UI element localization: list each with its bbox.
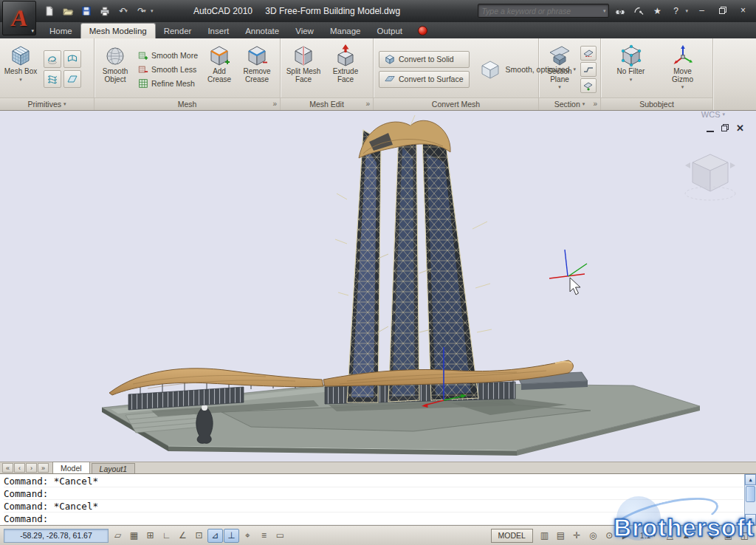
command-line-window[interactable]: Command: *Cancel*Command:Command: *Cance… xyxy=(0,473,756,525)
panel-title-mesh-edit[interactable]: Mesh Edit » xyxy=(281,97,373,110)
tab-render[interactable]: Render xyxy=(156,24,200,38)
no-filter-button[interactable]: No Filter ▾ xyxy=(611,40,652,98)
panel-title-convert-mesh[interactable]: Convert Mesh xyxy=(374,97,538,110)
wcs-button[interactable]: WCS ▾ xyxy=(701,110,725,119)
tab-view[interactable]: View xyxy=(287,24,322,38)
coordinate-readout[interactable]: -58.29, -26.78, 61.67 xyxy=(4,529,109,543)
panel-title-primitives[interactable]: Primitives ▾ xyxy=(0,97,94,110)
dynamic-ucs-icon[interactable]: ⊥ xyxy=(224,529,239,543)
object-snap-icon[interactable]: ⊡ xyxy=(191,529,207,543)
pan-icon[interactable]: ✛ xyxy=(569,529,585,543)
panel-title-section[interactable]: Section ▾ » xyxy=(539,97,600,110)
tab-output[interactable]: Output xyxy=(368,24,410,38)
annotation-visibility-icon[interactable]: △ xyxy=(662,529,678,543)
help-icon[interactable]: ? xyxy=(668,4,683,18)
tab-home[interactable]: Home xyxy=(41,24,80,38)
move-gizmo-dropdown-icon[interactable]: ▾ xyxy=(681,84,684,90)
next-layout-icon[interactable]: › xyxy=(26,463,37,473)
section-jog-icon[interactable] xyxy=(580,62,597,77)
grid-display-icon[interactable]: ⊞ xyxy=(142,529,158,543)
communication-center-icon[interactable] xyxy=(631,4,646,18)
search-dropdown-icon[interactable]: ▾ xyxy=(603,8,606,14)
revolved-surface-icon[interactable] xyxy=(44,50,61,68)
restore-button[interactable] xyxy=(713,4,732,17)
viewport-minimize-button[interactable] xyxy=(707,126,714,132)
dynamic-input-icon[interactable]: ⌖ xyxy=(240,529,255,543)
tab-manage[interactable]: Manage xyxy=(322,24,369,38)
ortho-mode-icon[interactable]: ∟ xyxy=(159,529,174,543)
mesh-expander-icon[interactable]: » xyxy=(272,100,277,108)
save-icon[interactable] xyxy=(78,4,94,18)
clean-screen-icon[interactable]: ◱ xyxy=(737,529,752,543)
favorites-star-icon[interactable]: ★ xyxy=(650,4,664,18)
minimize-button[interactable]: – xyxy=(693,4,711,17)
annotation-autoscale-icon[interactable]: ▲ xyxy=(678,529,694,543)
undo-icon[interactable]: ↶▾ xyxy=(115,4,131,18)
panel-title-mesh[interactable]: Mesh » xyxy=(94,97,280,110)
no-filter-dropdown-icon[interactable]: ▾ xyxy=(630,77,633,83)
scroll-down-icon[interactable]: ▼ xyxy=(745,514,756,525)
layout1-tab[interactable]: Layout1 xyxy=(92,463,135,473)
object-snap-tracking-icon[interactable]: ⊿ xyxy=(207,529,223,543)
quick-view-drawings-icon[interactable]: ▤ xyxy=(553,529,568,543)
view-cube[interactable] xyxy=(685,154,735,200)
smooth-less-button[interactable]: Smooth Less xyxy=(136,64,200,75)
help-dropdown-icon[interactable]: ▾ xyxy=(685,8,688,14)
lineweight-icon[interactable]: ≡ xyxy=(256,529,272,543)
section-expander-icon[interactable]: » xyxy=(593,100,597,108)
zoom-icon[interactable]: ◎ xyxy=(585,529,601,543)
smooth-more-button[interactable]: Smooth More xyxy=(136,49,200,61)
red-orb-icon[interactable] xyxy=(418,26,427,35)
open-file-icon[interactable] xyxy=(60,4,76,18)
viewport-close-button[interactable]: ✕ xyxy=(736,124,744,133)
model-tab[interactable]: Model xyxy=(52,462,90,473)
search-binoculars-icon[interactable] xyxy=(613,4,628,18)
scroll-up-icon[interactable]: ▲ xyxy=(745,474,756,485)
section-plane-button[interactable]: Section Plane ▾ xyxy=(540,40,579,98)
steering-wheel-icon[interactable]: ⊙ xyxy=(602,529,617,543)
show-motion-icon[interactable]: ▶ xyxy=(618,529,633,543)
planar-surface-icon[interactable] xyxy=(63,70,81,88)
application-menu-button[interactable]: A ▾ xyxy=(2,1,36,35)
move-gizmo-button[interactable]: Move Gizmo ▾ xyxy=(662,40,704,98)
edge-surface-icon[interactable] xyxy=(44,70,61,88)
redo-icon[interactable]: ↷▾ xyxy=(134,4,150,18)
quick-properties-icon[interactable]: ▭ xyxy=(272,529,288,543)
smooth-object-button[interactable]: Smooth Object xyxy=(96,40,134,98)
new-file-icon[interactable] xyxy=(41,4,58,18)
search-box[interactable]: ▾ xyxy=(478,4,609,18)
mesh-box-button[interactable]: Mesh Box ▾ xyxy=(1,40,40,98)
scrollbar-thumb[interactable] xyxy=(746,486,755,502)
infer-constraints-icon[interactable]: ▱ xyxy=(110,529,126,543)
close-button[interactable]: × xyxy=(734,4,752,17)
search-input[interactable] xyxy=(481,7,602,16)
split-mesh-face-button[interactable]: Split Mesh Face xyxy=(282,40,325,98)
ruled-surface-icon[interactable] xyxy=(63,50,81,68)
last-layout-icon[interactable]: » xyxy=(38,463,49,473)
annotation-scale-button[interactable]: 1:1 ▾ xyxy=(635,529,661,543)
convert-to-solid-button[interactable]: Convert to Solid xyxy=(379,51,470,68)
tab-mesh-modeling[interactable]: Mesh Modeling xyxy=(80,23,156,38)
polar-tracking-icon[interactable]: ∠ xyxy=(175,529,190,543)
quick-view-layouts-icon[interactable]: ▥ xyxy=(537,529,552,543)
model-space-button[interactable]: MODEL xyxy=(491,529,533,543)
tab-insert[interactable]: Insert xyxy=(199,24,237,38)
command-scrollbar[interactable]: ▲ ▼ xyxy=(744,474,756,525)
convert-to-surface-button[interactable]: Convert to Surface xyxy=(379,71,470,88)
live-section-icon[interactable] xyxy=(580,46,597,61)
qat-customize-icon[interactable]: ▾ xyxy=(151,8,154,14)
first-layout-icon[interactable]: « xyxy=(2,463,13,473)
workspace-switching-icon[interactable]: ◆ xyxy=(704,529,720,543)
generate-section-icon[interactable] xyxy=(580,78,597,93)
viewport-restore-button[interactable] xyxy=(721,122,729,135)
plot-icon[interactable] xyxy=(97,4,113,18)
status-dropdown-icon[interactable]: ▾ xyxy=(695,532,703,539)
mesh-box-dropdown-icon[interactable]: ▾ xyxy=(19,77,22,83)
drawing-viewport[interactable]: ✕ xyxy=(0,111,756,462)
prev-layout-icon[interactable]: ‹ xyxy=(14,463,25,473)
remove-crease-button[interactable]: Remove Crease xyxy=(237,40,277,98)
snap-mode-icon[interactable]: ▦ xyxy=(126,529,142,543)
tab-annotate[interactable]: Annotate xyxy=(237,24,287,38)
status-tray-icon[interactable]: ▣ xyxy=(721,529,736,543)
add-crease-button[interactable]: Add Crease xyxy=(202,40,237,98)
